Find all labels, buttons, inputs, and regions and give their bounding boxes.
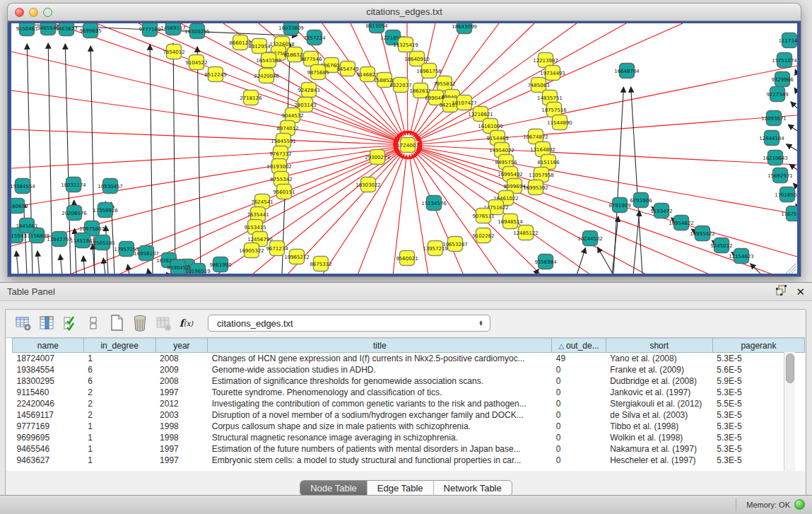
network-node[interactable]: 16648784 — [614, 64, 640, 78]
close-panel-icon[interactable]: ✕ — [796, 286, 805, 297]
svg-text:18757516: 18757516 — [541, 107, 567, 113]
svg-text:12456790: 12456790 — [247, 237, 273, 243]
network-node[interactable]: 10930457 — [98, 179, 123, 194]
table-vertical-scrollbar[interactable] — [784, 352, 795, 471]
table-row[interactable]: 1872400712008Changes of HCN gene express… — [13, 353, 805, 365]
network-node[interactable]: 16995422 — [690, 226, 715, 241]
table-row[interactable]: 1830029562008Estimation of significance … — [13, 375, 805, 387]
float-panel-icon[interactable] — [776, 285, 787, 298]
network-node[interactable]: 12444184 — [759, 131, 784, 146]
network-node[interactable]: 9102262 — [472, 228, 494, 243]
network-node[interactable]: 8675312 — [310, 257, 331, 271]
table-row[interactable]: 969969511998Structural magnetic resonanc… — [13, 432, 805, 443]
network-node[interactable]: 19384554 — [11, 179, 35, 194]
table-row[interactable]: 946362711997Embryonic stem cells: a mode… — [13, 455, 805, 466]
select-all-icon[interactable] — [58, 314, 81, 332]
network-node[interactable]: 8512245 — [204, 67, 226, 82]
table-row[interactable]: 946554611997Estimation of the future num… — [13, 443, 805, 455]
network-node[interactable]: 18031174 — [61, 177, 86, 192]
svg-text:16210643: 16210643 — [763, 156, 788, 161]
tab-edge-table[interactable]: Edge Table — [367, 481, 434, 496]
network-node[interactable]: 13942757 — [47, 232, 72, 247]
table-row[interactable]: 977716911998Corpus callosum shape and si… — [13, 421, 805, 432]
column-header-name[interactable]: name — [13, 339, 84, 353]
network-node[interactable]: 9861990 — [209, 257, 231, 272]
network-node[interactable]: 15134576 — [421, 196, 447, 211]
column-header-title[interactable]: title — [208, 339, 552, 353]
network-node[interactable]: 12093871 — [761, 111, 787, 126]
network-node[interactable]: 1724007 — [396, 138, 418, 153]
network-node[interactable]: 9329966 — [771, 72, 794, 87]
network-node[interactable]: 9245012 — [710, 238, 732, 253]
network-node[interactable]: 9671234 — [266, 241, 288, 256]
network-node[interactable]: 14569117 — [160, 23, 186, 35]
svg-text:7624541: 7624541 — [251, 199, 273, 205]
network-node[interactable]: 6791906 — [630, 193, 652, 208]
network-node[interactable]: 11675300 — [781, 206, 797, 221]
network-node[interactable]: 22420046 — [254, 69, 279, 83]
network-node[interactable]: 20206576 — [61, 206, 87, 221]
network-node[interactable]: 9560021 — [396, 251, 418, 266]
new-table-icon[interactable] — [105, 314, 128, 332]
svg-text:7357224: 7357224 — [303, 35, 326, 41]
network-node[interactable]: 1117345 — [778, 33, 797, 48]
svg-text:16033809: 16033809 — [278, 25, 304, 31]
table-toolbar: f(x) citations_edges.txt ▲▼ — [6, 310, 806, 337]
table-settings-icon[interactable] — [11, 314, 35, 332]
network-node[interactable]: 9104522 — [185, 55, 207, 70]
table-row[interactable]: 911546021997Tourette syndrome. Phenomeno… — [13, 387, 805, 398]
table-row[interactable]: 1456911722003Disruption of a novel membe… — [13, 409, 805, 421]
network-node[interactable]: 10965212 — [284, 250, 310, 264]
tab-network-table[interactable]: Network Table — [434, 481, 512, 496]
network-node[interactable]: 12154623 — [729, 249, 754, 264]
network-node[interactable]: 9150461 — [16, 23, 37, 36]
svg-text:10107427: 10107427 — [452, 100, 477, 106]
network-node[interactable]: 15692971 — [767, 168, 793, 183]
network-canvas[interactable]: 9150461946554694636279699695977716914569… — [11, 23, 797, 274]
network-node[interactable]: 15751074 — [772, 53, 797, 68]
network-node[interactable]: 9463627 — [55, 23, 77, 36]
svg-text:9560151: 9560151 — [273, 189, 295, 195]
tab-node-table[interactable]: Node Table — [300, 481, 367, 496]
column-header-short[interactable]: short — [606, 339, 712, 353]
network-node[interactable]: 10954622 — [669, 216, 694, 230]
network-node[interactable]: 9777169 — [139, 23, 160, 37]
network-node[interactable]: 7357224 — [303, 30, 326, 45]
svg-text:8813054: 8813054 — [365, 23, 388, 29]
network-node[interactable]: 9699695 — [79, 23, 101, 38]
svg-text:16905322: 16905322 — [239, 248, 264, 254]
network-node[interactable]: 18303022 — [355, 177, 381, 192]
network-node[interactable]: 17359928 — [93, 203, 118, 218]
svg-text:18640910: 18640910 — [404, 57, 430, 62]
column-header-out_de[interactable]: △out_de... — [552, 339, 606, 353]
network-node[interactable]: 2718126 — [240, 90, 262, 105]
function-builder-icon[interactable]: f(x) — [175, 314, 198, 332]
canvas-resize-grip[interactable] — [786, 264, 796, 274]
network-node[interactable]: 8813054 — [365, 23, 388, 33]
network-node[interactable]: 8791909 — [608, 198, 630, 213]
table-row[interactable]: 2242004622012Investigating the contribut… — [13, 398, 805, 409]
delete-table-icon[interactable] — [128, 314, 151, 332]
svg-text:17016504: 17016504 — [775, 192, 797, 198]
show-columns-icon[interactable] — [35, 314, 58, 332]
network-node[interactable]: 18643099 — [452, 23, 477, 34]
network-node[interactable]: 7955812 — [433, 76, 455, 91]
table-row[interactable]: 1938455462009Genome-wide association stu… — [13, 364, 805, 375]
network-table-select[interactable]: citations_edges.txt ▲▼ — [208, 315, 490, 332]
network-node[interactable]: 18300295 — [184, 24, 210, 39]
column-header-pagerank[interactable]: pagerank — [712, 339, 804, 353]
network-node[interactable]: 9877546 — [300, 52, 322, 66]
column-header-in_degree[interactable]: in_degree — [83, 339, 155, 353]
scrollbar-thumb[interactable] — [786, 354, 794, 383]
network-node[interactable]: 9227349 — [766, 87, 788, 102]
clear-selection-icon[interactable] — [81, 314, 105, 332]
network-node[interactable]: 10244502 — [577, 231, 603, 246]
svg-text:13216621: 13216621 — [468, 112, 493, 117]
network-window-titlebar[interactable]: citations_edges.txt — [7, 3, 801, 21]
network-node[interactable]: 2160650 — [11, 199, 28, 214]
column-header-year[interactable]: year — [155, 339, 208, 353]
network-node[interactable]: 9356984 — [534, 255, 557, 269]
svg-text:15692971: 15692971 — [767, 173, 793, 179]
network-node[interactable]: 17016504 — [775, 187, 797, 202]
svg-text:11325419: 11325419 — [393, 42, 418, 48]
